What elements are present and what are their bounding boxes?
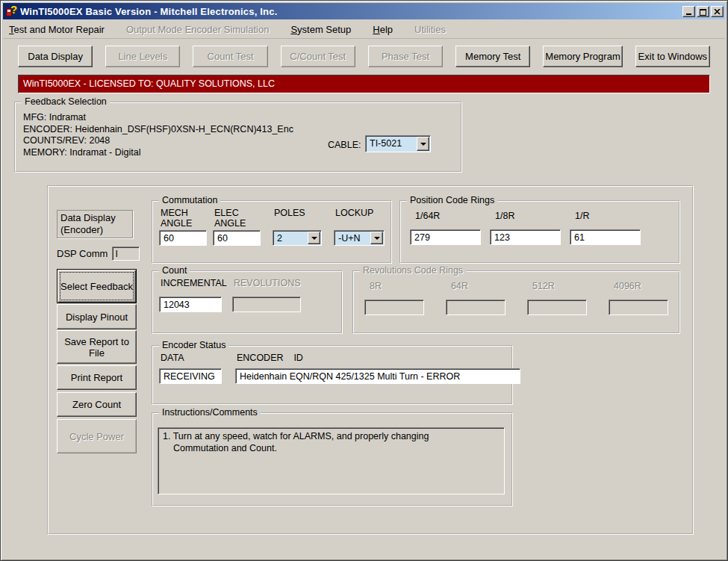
maximize-button[interactable] — [697, 6, 709, 17]
ring-1-8r-field[interactable] — [490, 229, 561, 245]
mode-label: Data Display (Encoder) — [57, 210, 133, 238]
save-report-to-file-button[interactable]: Save Report to File — [57, 330, 137, 364]
poles-dropdown-value: 2 — [273, 231, 307, 245]
poles-label: POLES — [273, 208, 322, 230]
elec-angle-field[interactable] — [213, 230, 261, 246]
c-count-test-button: C/Count Test — [281, 46, 355, 67]
dsp-comm-row: DSP Comm I — [57, 247, 140, 261]
data-status-field[interactable] — [159, 368, 222, 384]
cycle-power-button: Cycle Power — [57, 419, 137, 453]
menu-bar: Test and Motor Repair Output Mode Encode… — [3, 21, 725, 39]
ring-512r-field — [527, 300, 587, 315]
cable-dropdown[interactable]: TI-5021 — [365, 135, 431, 152]
app-question-icon: ? — [6, 6, 18, 17]
license-banner: WinTI5000EX - LICENSED TO: QUALITY SOLUT… — [18, 75, 710, 93]
ring-64r-field — [446, 300, 505, 315]
data-display-button[interactable]: Data Display — [18, 46, 93, 67]
chevron-down-icon — [374, 237, 380, 240]
ring-1-r-label: 1/R — [570, 211, 641, 229]
encoder-status-title: Encoder Status — [159, 340, 228, 350]
ring-1-r-field[interactable] — [570, 229, 641, 245]
display-pinout-button[interactable]: Display Pinout — [57, 304, 137, 329]
position-code-rings-group: Position Code Rings 1/64R 1/8R 1/R — [399, 200, 680, 264]
incremental-label: INCREMENTAL — [159, 278, 222, 297]
window-titlebar[interactable]: ? WinTI5000EX Basic Version - Mitchell E… — [3, 3, 725, 19]
lockup-dropdown-button[interactable] — [370, 232, 383, 244]
revolutions-field — [232, 297, 301, 312]
ring-1-64r-field[interactable] — [410, 229, 481, 245]
phase-test-button: Phase Test — [368, 46, 443, 67]
close-icon — [714, 9, 721, 15]
print-report-button[interactable]: Print Report — [57, 365, 137, 390]
position-code-rings-title: Position Code Rings — [407, 195, 497, 205]
feedback-mfg: MFG: Indramat — [23, 112, 461, 124]
minimize-button[interactable] — [682, 6, 695, 17]
revolutions-code-rings-group: Revolutions Code Rings 8R 64R 512R 4096R — [352, 270, 680, 334]
lockup-dropdown-value: -U+N — [335, 231, 370, 245]
revolutions-label: REVOLUTIONS — [232, 278, 301, 297]
close-button[interactable] — [711, 6, 724, 17]
ring-512r-label: 512R — [527, 281, 587, 300]
cable-dropdown-button[interactable] — [417, 137, 429, 151]
feedback-selection-title: Feedback Selection — [22, 96, 110, 107]
elec-angle-label: ELEC ANGLE — [213, 208, 261, 230]
encoder-id-field[interactable] — [235, 368, 520, 384]
ring-64r-label: 64R — [446, 281, 505, 300]
ring-1-64r-label: 1/64R — [410, 211, 481, 229]
memory-program-button[interactable]: Memory Program — [543, 46, 622, 67]
ring-4096r-label: 4096R — [609, 281, 668, 300]
mech-angle-label: MECH ANGLE — [159, 208, 207, 230]
main-panel: Data Display (Encoder) DSP Comm I Select… — [47, 185, 694, 535]
instructions-comments-group: Instructions/Comments 1. Turn at any spe… — [152, 412, 513, 506]
mech-angle-field[interactable] — [159, 230, 207, 246]
ring-1-8r-label: 1/8R — [490, 211, 561, 229]
poles-dropdown[interactable]: 2 — [273, 230, 322, 246]
instructions-comments-title: Instructions/Comments — [159, 407, 261, 418]
minimize-icon — [686, 13, 691, 15]
chevron-down-icon — [420, 143, 426, 146]
memory-test-button[interactable]: Memory Test — [455, 46, 530, 67]
menu-help[interactable]: Help — [373, 22, 393, 37]
toolbar: Data Display Line Levels Count Test C/Co… — [1, 46, 727, 68]
menu-output-mode-encoder-simulation: Output Mode Encoder Simulation — [126, 22, 270, 37]
feedback-selection-group: Feedback Selection MFG: Indramat ENCODER… — [14, 102, 462, 173]
instructions-text: 1. Turn at any speed, watch for ALARMS, … — [158, 427, 505, 495]
encoder-status-group: Encoder Status DATA ENCODER ID — [152, 345, 513, 405]
commutation-group: Commutation MECH ANGLE ELEC ANGLE POLES … — [152, 200, 392, 264]
commutation-title: Commutation — [159, 195, 220, 205]
select-feedback-button[interactable]: Select Feedback — [57, 269, 137, 303]
maximize-icon — [700, 9, 706, 16]
menu-system-setup[interactable]: System Setup — [290, 22, 351, 37]
lockup-label: LOCKUP — [334, 208, 385, 230]
menu-utilities: Utilities — [414, 22, 446, 37]
revolutions-code-rings-title: Revolutions Code Rings — [360, 265, 466, 276]
count-group: Count INCREMENTAL REVOLUTIONS — [152, 270, 343, 334]
cable-dropdown-value: TI-5021 — [366, 136, 416, 152]
lockup-dropdown[interactable]: -U+N — [334, 230, 385, 246]
exit-to-windows-button[interactable]: Exit to Windows — [635, 46, 710, 67]
ring-4096r-field — [609, 300, 668, 315]
dsp-comm-indicator: I — [112, 247, 140, 261]
window-title: WinTI5000EX Basic Version - Mitchell Ele… — [20, 6, 682, 17]
line-levels-button: Line Levels — [105, 46, 180, 67]
encoder-id-label: ENCODER ID — [235, 353, 520, 368]
cable-label: CABLE: — [328, 140, 361, 150]
data-label: DATA — [159, 353, 222, 368]
menu-test-and-motor-repair[interactable]: Test and Motor Repair — [9, 22, 105, 37]
ring-8r-label: 8R — [364, 281, 424, 300]
app-window: ? WinTI5000EX Basic Version - Mitchell E… — [0, 0, 728, 561]
count-title: Count — [159, 265, 190, 276]
poles-dropdown-button[interactable] — [308, 232, 320, 244]
chevron-down-icon — [311, 237, 317, 240]
zero-count-button[interactable]: Zero Count — [57, 392, 137, 417]
feedback-encoder: ENCODER: Heidenhain_DSF(HSF)0XSN-H_ECN(R… — [23, 124, 461, 136]
incremental-field[interactable] — [159, 297, 222, 312]
count-test-button: Count Test — [193, 46, 267, 67]
ring-8r-field — [364, 300, 424, 315]
dsp-comm-label: DSP Comm — [57, 249, 108, 259]
